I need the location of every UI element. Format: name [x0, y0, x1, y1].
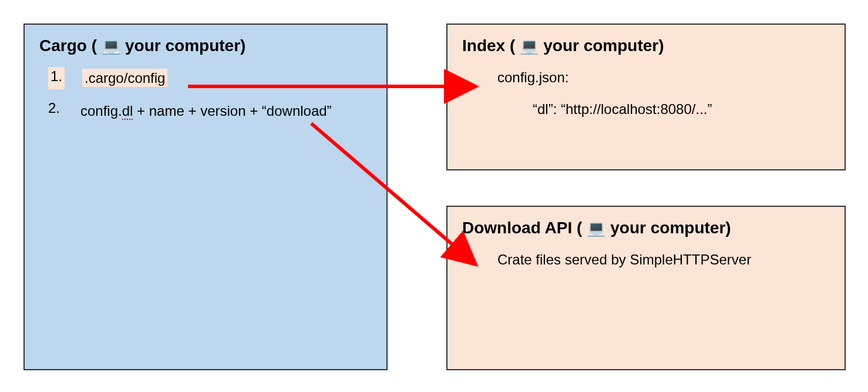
- download-box: Download API ( 💻 your computer) Crate fi…: [446, 206, 846, 370]
- download-title-prefix: Download API (: [462, 219, 582, 237]
- index-title: Index ( 💻 your computer): [462, 36, 830, 55]
- cargo-item-1-content: .cargo/config: [82, 67, 372, 89]
- cargo-box: Cargo ( 💻 your computer) 1. .cargo/confi…: [23, 24, 388, 370]
- index-box: Index ( 💻 your computer) config.json: “d…: [446, 24, 846, 170]
- cargo-item-2-suffix: + name + version + “download”: [133, 103, 331, 119]
- index-title-suffix: your computer): [543, 36, 664, 55]
- download-title-suffix: your computer): [610, 219, 731, 237]
- cargo-item-2-content: config.dl + name + version + “download”: [80, 100, 372, 122]
- cargo-item-2-underlined: dl: [122, 103, 133, 120]
- index-line-2: “dl”: “http://localhost:8080/...”: [533, 99, 830, 120]
- cargo-title: Cargo ( 💻 your computer): [39, 36, 372, 55]
- cargo-item-1-num: 1.: [48, 67, 65, 89]
- cargo-item-2-prefix: config.: [80, 103, 122, 119]
- index-line-1: config.json:: [497, 67, 830, 88]
- download-title: Download API ( 💻 your computer): [462, 219, 830, 237]
- laptop-icon: 💻: [102, 38, 120, 53]
- cargo-title-prefix: Cargo (: [39, 36, 97, 55]
- cargo-item-1: 1. .cargo/config: [48, 67, 372, 89]
- cargo-item-1-text: .cargo/config: [82, 69, 167, 87]
- download-line-1: Crate files served by SimpleHTTPServer: [497, 249, 830, 270]
- index-title-prefix: Index (: [462, 36, 515, 55]
- laptop-icon: 💻: [587, 220, 605, 236]
- laptop-icon: 💻: [520, 38, 539, 53]
- cargo-item-2: 2. config.dl + name + version + “downloa…: [48, 100, 372, 122]
- cargo-item-2-num: 2.: [48, 100, 63, 122]
- cargo-title-suffix: your computer): [125, 36, 245, 55]
